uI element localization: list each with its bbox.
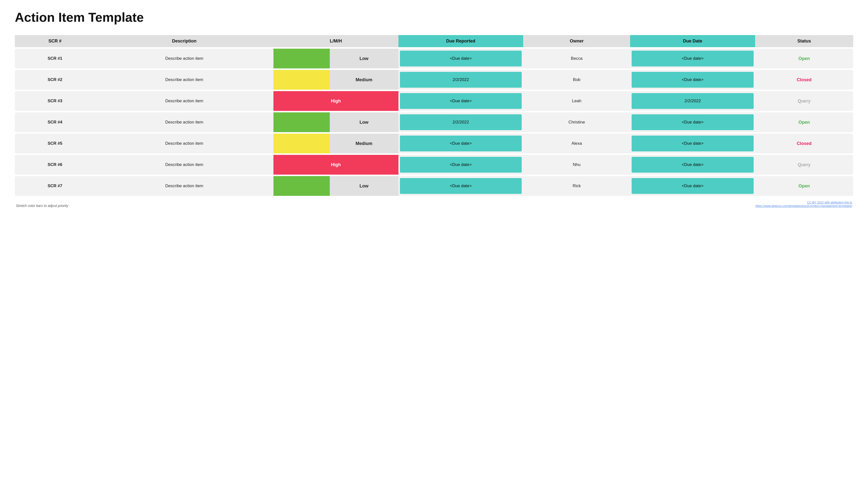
cell-scr: SCR #1: [15, 49, 95, 68]
priority-label: Medium: [356, 77, 372, 83]
cell-status: Closed: [755, 70, 853, 90]
table-row: SCR #4Describe action itemLow2/2/2022Chr…: [15, 112, 853, 132]
cell-description: Describe action item: [95, 70, 274, 90]
cell-lmh: High: [274, 155, 398, 175]
cell-lmh: Medium: [274, 133, 398, 153]
cell-owner: Nhu: [523, 155, 630, 175]
action-item-table: SCR # Description L/M/H Due Reported Own…: [15, 34, 853, 197]
table-row: SCR #1Describe action itemLow<Due date>B…: [15, 49, 853, 68]
priority-bar-medium: [274, 133, 330, 153]
table-row: SCR #6Describe action itemHigh<Due date>…: [15, 155, 853, 175]
cell-status: Open: [755, 112, 853, 132]
status-badge: Open: [798, 183, 810, 188]
header-due-reported: Due Reported: [398, 35, 523, 47]
cell-due-reported: <Due date>: [398, 49, 523, 68]
cell-due-reported: <Due date>: [398, 176, 523, 196]
footnote-right: CC-BY 2022 with attribution link to http…: [755, 201, 852, 208]
priority-bar-low: [274, 176, 330, 196]
table-row: SCR #3Describe action itemHigh<Due date>…: [15, 91, 853, 111]
cell-due-date: 2/2/2022: [630, 91, 755, 111]
cell-lmh: Low: [274, 49, 398, 68]
cell-scr: SCR #5: [15, 133, 95, 153]
cell-due-date: <Due date>: [630, 112, 755, 132]
status-badge: Query: [798, 162, 810, 167]
priority-label: Low: [360, 183, 369, 189]
cell-description: Describe action item: [95, 49, 274, 68]
priority-label: Low: [360, 56, 369, 61]
cell-scr: SCR #7: [15, 176, 95, 196]
cell-owner: Becca: [523, 49, 630, 68]
cell-status: Open: [755, 176, 853, 196]
cell-lmh: High: [274, 91, 398, 111]
cell-due-reported: <Due date>: [398, 155, 523, 175]
table-row: SCR #7Describe action itemLow<Due date>R…: [15, 176, 853, 196]
header-description: Description: [95, 35, 274, 47]
cell-description: Describe action item: [95, 155, 274, 175]
cell-scr: SCR #6: [15, 155, 95, 175]
table-row: SCR #2Describe action itemMedium2/2/2022…: [15, 70, 853, 90]
priority-label: Low: [360, 120, 369, 125]
cell-status: Query: [755, 155, 853, 175]
header-due-date: Due Date: [630, 35, 755, 47]
header-status: Status: [755, 35, 853, 47]
table-header-row: SCR # Description L/M/H Due Reported Own…: [15, 35, 853, 47]
header-scr: SCR #: [15, 35, 95, 47]
cell-lmh: Medium: [274, 70, 398, 90]
cell-scr: SCR #3: [15, 91, 95, 111]
cell-owner: Christine: [523, 112, 630, 132]
cell-scr: SCR #2: [15, 70, 95, 90]
header-owner: Owner: [523, 35, 630, 47]
cell-due-date: <Due date>: [630, 133, 755, 153]
cell-owner: Bob: [523, 70, 630, 90]
cell-due-date: <Due date>: [630, 176, 755, 196]
cell-due-reported: 2/2/2022: [398, 112, 523, 132]
priority-bar-high: High: [274, 155, 398, 175]
table-row: SCR #5Describe action itemMedium<Due dat…: [15, 133, 853, 153]
cell-status: Closed: [755, 133, 853, 153]
status-badge: Closed: [797, 77, 811, 82]
priority-bar-low: [274, 112, 330, 132]
header-lmh: L/M/H: [274, 35, 398, 47]
cell-due-date: <Due date>: [630, 70, 755, 90]
cell-due-reported: <Due date>: [398, 133, 523, 153]
status-badge: Query: [798, 98, 810, 103]
cell-due-reported: 2/2/2022: [398, 70, 523, 90]
cell-status: Open: [755, 49, 853, 68]
priority-bar-high: High: [274, 91, 398, 111]
cell-owner: Leah: [523, 91, 630, 111]
priority-bar-medium: [274, 70, 330, 90]
page-title: Action Item Template: [15, 10, 853, 25]
cell-lmh: Low: [274, 112, 398, 132]
priority-bar-low: [274, 49, 330, 68]
priority-label: Medium: [356, 141, 372, 146]
cell-owner: Rick: [523, 176, 630, 196]
footnote-area: Stretch color bars to adjust priority CC…: [15, 201, 853, 208]
cell-due-date: <Due date>: [630, 155, 755, 175]
status-badge: Open: [798, 120, 810, 125]
cell-due-date: <Due date>: [630, 49, 755, 68]
cell-description: Describe action item: [95, 133, 274, 153]
cell-due-reported: <Due date>: [398, 91, 523, 111]
cell-description: Describe action item: [95, 91, 274, 111]
status-badge: Open: [798, 56, 810, 61]
cell-scr: SCR #4: [15, 112, 95, 132]
cell-lmh: Low: [274, 176, 398, 196]
cell-description: Describe action item: [95, 176, 274, 196]
footnote-left: Stretch color bars to adjust priority: [16, 204, 68, 208]
status-badge: Closed: [797, 141, 811, 146]
cell-description: Describe action item: [95, 112, 274, 132]
cell-owner: Alexa: [523, 133, 630, 153]
cell-status: Query: [755, 91, 853, 111]
